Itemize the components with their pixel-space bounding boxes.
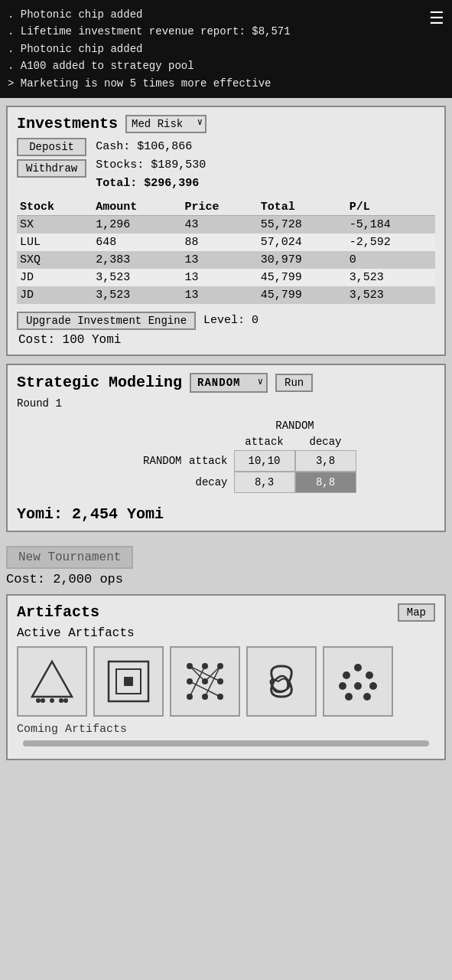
cell-price: 13	[181, 286, 257, 304]
grid-header-attack: attack	[234, 433, 295, 450]
table-row: SXQ2,3831330,9790	[17, 251, 435, 269]
cell-stock: SXQ	[17, 251, 93, 269]
grid-header-decay: decay	[295, 433, 356, 450]
cell-stock: LUL	[17, 234, 93, 251]
log-line-2: . Lifetime investment revenue report: $8…	[8, 23, 444, 40]
grid-empty-topleft	[96, 417, 188, 433]
withdraw-button[interactable]: Withdraw	[17, 159, 86, 178]
table-row: JD3,5231345,7993,523	[17, 269, 435, 286]
svg-line-25	[190, 666, 205, 681]
cell-stock: SX	[17, 215, 93, 234]
upgrade-cost: Cost: 100 Yomi	[18, 333, 435, 347]
table-row: JD3,5231345,7993,523	[17, 286, 435, 304]
stocks-label: Stocks: $189,530	[96, 156, 206, 175]
upgrade-investment-engine-button[interactable]: Upgrade Investment Engine	[17, 312, 196, 330]
cell-amount: 3,523	[93, 269, 181, 286]
svg-line-26	[205, 666, 220, 681]
cell-price: 13	[181, 251, 257, 269]
cell-total: 45,799	[258, 286, 346, 304]
risk-select-wrapper[interactable]: Med Risk Low Risk High Risk	[125, 115, 206, 133]
tournament-cost: Cost: 2,000 ops	[6, 572, 446, 586]
artifact-grid	[17, 646, 435, 717]
cash-label: Cash: $106,866	[96, 138, 206, 156]
table-row: LUL6488857,024-2,592	[17, 234, 435, 251]
grid-row1-c1	[188, 433, 234, 450]
svg-point-33	[345, 693, 353, 701]
artifacts-title: Artifacts	[17, 603, 99, 621]
cell-price: 13	[181, 269, 257, 286]
new-tournament-button[interactable]: New Tournament	[6, 546, 133, 569]
svg-point-28	[343, 671, 350, 679]
svg-point-30	[339, 682, 346, 690]
col-pl: P/L	[346, 199, 435, 216]
cell-pl: -2,592	[346, 234, 435, 251]
strategy-select[interactable]: RANDOM MINIMAX NASH	[190, 373, 268, 393]
investments-panel: Investments Med Risk Low Risk High Risk …	[6, 106, 446, 356]
cell-price: 88	[181, 234, 257, 251]
grid-attack-decay: 3,8	[295, 450, 356, 472]
cell-total: 45,799	[258, 269, 346, 286]
cell-amount: 3,523	[93, 286, 181, 304]
box-icon	[106, 658, 151, 704]
new-tournament-section: New Tournament Cost: 2,000 ops	[6, 540, 446, 586]
run-button[interactable]: Run	[275, 374, 313, 392]
svg-point-8	[63, 698, 68, 703]
grid-attack-attack: 10,10	[234, 450, 295, 472]
yomi-display: Yomi: 2,454 Yomi	[17, 505, 435, 523]
dots-icon	[335, 658, 381, 704]
cell-pl: -5,184	[346, 215, 435, 234]
grid-decay-attack: 8,3	[234, 472, 295, 493]
round-label: Round 1	[17, 397, 435, 410]
cell-amount: 648	[93, 234, 181, 251]
svg-line-1	[32, 662, 52, 697]
risk-select[interactable]: Med Risk Low Risk High Risk	[125, 115, 206, 133]
investments-title: Investments	[17, 115, 118, 132]
cell-pl: 0	[346, 251, 435, 269]
table-row: SX1,2964355,728-5,184	[17, 215, 435, 234]
svg-marker-0	[32, 662, 72, 697]
grid-decay-decay: 8,8	[295, 472, 356, 493]
log-line-5: > Marketing is now 5 times more effectiv…	[8, 75, 444, 92]
coming-artifacts-label: Coming Artifacts	[17, 723, 435, 736]
grid-col-title: RANDOM	[234, 417, 356, 433]
box-artifact[interactable]	[93, 646, 164, 717]
terminal-panel: ☰ . Photonic chip added . Lifetime inves…	[0, 0, 452, 98]
strategy-select-wrapper[interactable]: RANDOM MINIMAX NASH	[190, 373, 268, 393]
col-total: Total	[258, 199, 346, 216]
chain-artifact[interactable]	[246, 646, 317, 717]
map-button[interactable]: Map	[398, 603, 435, 622]
menu-icon[interactable]: ☰	[429, 6, 444, 33]
grid-row-decay-label: decay	[188, 472, 234, 493]
svg-point-32	[369, 682, 377, 690]
col-amount: Amount	[93, 199, 181, 216]
cell-total: 55,728	[258, 215, 346, 234]
cell-pl: 3,523	[346, 286, 435, 304]
dots-artifact[interactable]	[323, 646, 393, 717]
col-stock: Stock	[17, 199, 93, 216]
network-artifact[interactable]	[170, 646, 240, 717]
log-line-3: . Photonic chip added	[8, 41, 444, 57]
pyramid-artifact[interactable]	[17, 646, 87, 717]
cell-total: 30,979	[258, 251, 346, 269]
svg-line-2	[52, 662, 72, 697]
strategic-modeling-panel: Strategic Modeling RANDOM MINIMAX NASH R…	[6, 364, 446, 532]
deposit-button[interactable]: Deposit	[17, 138, 86, 156]
svg-rect-11	[124, 677, 133, 686]
cell-total: 57,024	[258, 234, 346, 251]
svg-point-7	[36, 698, 41, 703]
log-line-1: . Photonic chip added	[8, 6, 444, 23]
svg-point-29	[366, 671, 373, 679]
grid-row3-c0	[96, 472, 188, 493]
grid-opponent-label: RANDOM	[96, 450, 188, 472]
grid-empty-toprow2	[188, 417, 234, 433]
cell-amount: 2,383	[93, 251, 181, 269]
svg-point-6	[59, 698, 63, 703]
cell-stock: JD	[17, 269, 93, 286]
cell-amount: 1,296	[93, 215, 181, 234]
scroll-indicator	[23, 740, 429, 746]
engine-level: Level: 0	[203, 314, 259, 327]
grid-row-attack-label: attack	[188, 450, 234, 472]
pyramid-icon	[29, 658, 75, 704]
svg-point-4	[41, 698, 45, 703]
cell-price: 43	[181, 215, 257, 234]
